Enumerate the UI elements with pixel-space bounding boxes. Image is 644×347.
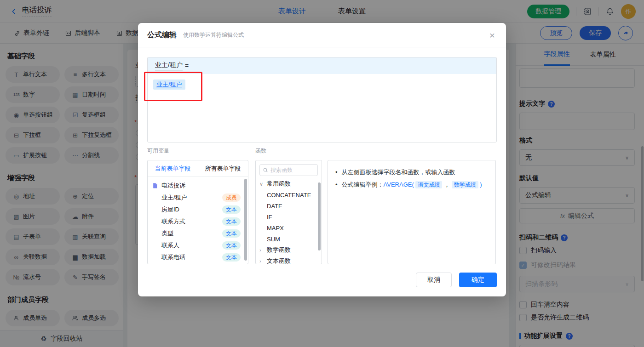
type-badge-text: 文本 (222, 229, 241, 238)
function-search[interactable] (259, 164, 318, 176)
function-group-texts[interactable]: › 文本函数 (256, 256, 322, 264)
functions-panel: ∨ 常用函数 CONCATENATE DATE IF MAPX SUM › 数学… (255, 160, 322, 264)
type-badge-member: 成员 (222, 193, 241, 202)
function-item[interactable]: DATE (256, 200, 322, 211)
help-line-2: 公式编辑举例：AVERAGE( 语文成绩 ， 数学成绩 ) (335, 178, 488, 191)
function-item[interactable]: SUM (256, 233, 322, 245)
variable-row[interactable]: 类型 文本 (148, 228, 248, 239)
variable-row[interactable]: 联系人 文本 (148, 239, 248, 251)
close-icon[interactable]: × (488, 30, 497, 40)
type-badge-text: 文本 (222, 253, 241, 262)
function-item[interactable]: CONCATENATE (256, 189, 322, 200)
type-badge-text: 文本 (222, 205, 241, 214)
example-chip: 语文成绩 (415, 181, 442, 188)
variable-row[interactable]: 联系方式 文本 (148, 216, 248, 228)
chevron-right-icon: › (259, 258, 264, 264)
example-chip: 数学成绩 (452, 181, 478, 188)
available-variables-label: 可用变量 (147, 147, 169, 155)
modal-subtitle: 使用数学运算符编辑公式 (183, 31, 244, 39)
document-icon (152, 182, 158, 189)
cancel-button[interactable]: 取消 (416, 273, 452, 287)
function-item[interactable]: MAPX (256, 222, 322, 233)
variables-panel: 当前表单字段 所有表单字段 电话投诉 业主/租户 成员 房屋ID 文本 (147, 160, 248, 264)
function-group-math[interactable]: › 数学函数 (256, 245, 322, 256)
variable-row[interactable]: 房屋ID 文本 (148, 204, 248, 216)
chevron-right-icon: › (259, 247, 264, 253)
tab-all-form-fields[interactable]: 所有表单字段 (198, 160, 248, 176)
variable-row[interactable]: 业主/租户 成员 (148, 192, 248, 204)
formula-editor-modal: 公式编辑 使用数学运算符编辑公式 × 业主/租户 = 业主/租户 可用变量 函数… (138, 23, 506, 296)
function-item[interactable]: IF (256, 211, 322, 222)
help-line-1: 从左侧面板选择字段名和函数，或输入函数 (335, 166, 488, 178)
formula-target-field: 业主/租户 (155, 61, 183, 70)
tree-root-form[interactable]: 电话投诉 (148, 180, 248, 192)
search-icon (263, 167, 268, 173)
variable-row[interactable]: 联系电话 文本 (148, 251, 248, 263)
functions-scrollbar[interactable] (318, 182, 321, 250)
functions-label: 函数 (255, 147, 266, 155)
type-badge-text: 文本 (222, 241, 241, 250)
tab-current-form-fields[interactable]: 当前表单字段 (148, 160, 198, 176)
confirm-button[interactable]: 确定 (459, 273, 497, 287)
help-panel: 从左侧面板选择字段名和函数，或输入函数 公式编辑举例：AVERAGE( 语文成绩… (328, 160, 496, 264)
type-badge-text: 文本 (222, 217, 241, 226)
app-root: 电话投诉 表单设计 表单设置 数据管理 作 (0, 0, 644, 347)
annotation-highlight-rect (144, 72, 202, 101)
search-input[interactable] (270, 167, 312, 173)
chevron-down-icon: ∨ (259, 181, 264, 187)
variables-scrollbar[interactable] (244, 179, 247, 261)
function-group-common[interactable]: ∨ 常用函数 (256, 178, 322, 189)
modal-title: 公式编辑 (147, 30, 177, 40)
